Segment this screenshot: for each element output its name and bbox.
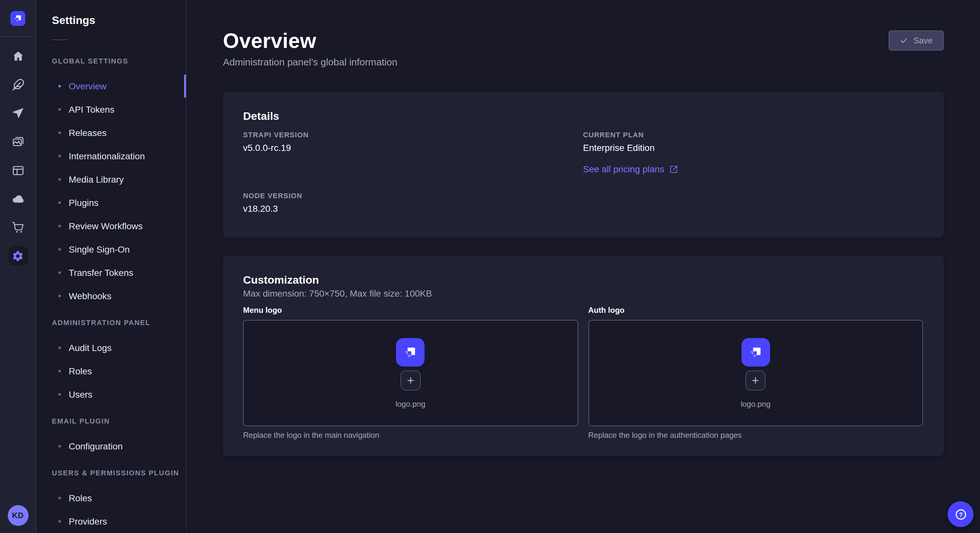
save-button-label: Save xyxy=(913,36,933,45)
auth-logo-preview xyxy=(741,338,770,366)
auth-logo-upload: Auth logo logo.png Replace the logo in t… xyxy=(588,306,923,440)
bullet-icon xyxy=(58,108,61,111)
auth-logo-caption: Replace the logo in the authentication p… xyxy=(588,431,923,440)
sidebar-item-label: Media Library xyxy=(69,174,124,185)
strapi-settings-page: KD Settings GLOBAL SETTINGS Overview API… xyxy=(0,0,980,533)
auth-logo-dropzone[interactable]: logo.png xyxy=(588,320,923,426)
page-header: Overview Administration panel’s global i… xyxy=(223,29,944,68)
sidebar-item-label: Internationalization xyxy=(69,151,145,161)
menu-logo-caption: Replace the logo in the main navigation xyxy=(243,431,578,440)
sidebar-item-transfer-tokens[interactable]: Transfer Tokens xyxy=(36,261,186,284)
sidebar-item-admin-users[interactable]: Users xyxy=(36,383,186,406)
bullet-icon xyxy=(58,85,61,87)
page-subtitle: Administration panel’s global informatio… xyxy=(223,56,397,68)
details-grid: STRAPI VERSION v5.0.0-rc.19 CURRENT PLAN… xyxy=(243,127,923,214)
strapi-version-label: STRAPI VERSION xyxy=(243,131,583,139)
sidebar-item-email-configuration[interactable]: Configuration xyxy=(36,435,186,458)
auth-logo-filename: logo.png xyxy=(740,399,770,408)
sidebar-item-label: Webhooks xyxy=(69,291,111,301)
subnav-title-divider xyxy=(52,40,67,40)
sidebar-item-label: Single Sign-On xyxy=(69,244,130,254)
subnav-title: Settings xyxy=(52,14,186,27)
sidebar-item-label: Releases xyxy=(69,128,107,138)
bullet-icon xyxy=(58,225,61,227)
bullet-icon xyxy=(58,132,61,134)
nav-list-administration-panel: Audit Logs Roles Users xyxy=(36,336,186,406)
menu-logo-add-button[interactable] xyxy=(401,370,421,390)
bullet-icon xyxy=(58,445,61,447)
sidebar-item-plugins[interactable]: Plugins xyxy=(36,191,186,214)
bullet-icon xyxy=(58,248,61,251)
menu-logo-upload: Menu logo logo.png Replace the logo in t… xyxy=(243,306,578,440)
node-version-field: NODE VERSION v18.20.3 xyxy=(243,188,583,214)
nav-content-type-builder-button[interactable] xyxy=(3,156,32,185)
details-heading: Details xyxy=(243,110,923,123)
save-button[interactable]: Save xyxy=(889,30,944,51)
main-content: Overview Administration panel’s global i… xyxy=(187,0,980,533)
sidebar-item-media-library[interactable]: Media Library xyxy=(36,168,186,191)
sidebar-item-api-tokens[interactable]: API Tokens xyxy=(36,98,186,121)
strapi-home-button[interactable] xyxy=(10,11,25,26)
sidebar-item-label: Users xyxy=(69,389,92,400)
paper-plane-icon xyxy=(11,107,24,120)
home-icon xyxy=(11,50,24,63)
sidebar-item-label: Audit Logs xyxy=(69,343,111,353)
logo-uploads: Menu logo logo.png Replace the logo in t… xyxy=(243,306,923,440)
sidebar-item-admin-roles[interactable]: Roles xyxy=(36,359,186,383)
main-nav-rail: KD xyxy=(0,0,36,533)
page-title: Overview xyxy=(223,29,397,53)
nav-content-manager-button[interactable] xyxy=(3,71,32,99)
menu-logo-preview xyxy=(396,338,425,366)
feather-icon xyxy=(11,78,24,91)
menu-logo-dropzone[interactable]: logo.png xyxy=(243,320,578,426)
customization-heading: Customization xyxy=(243,274,923,287)
sidebar-item-review-workflows[interactable]: Review Workflows xyxy=(36,214,186,238)
sidebar-item-label: Roles xyxy=(69,366,92,376)
nav-media-library-button[interactable] xyxy=(3,128,32,156)
sidebar-item-label: Configuration xyxy=(69,441,123,451)
menu-logo-label: Menu logo xyxy=(243,306,578,315)
section-header-email-plugin: EMAIL PLUGIN xyxy=(52,417,186,425)
pricing-plans-link[interactable]: See all pricing plans xyxy=(583,164,678,174)
details-card: Details STRAPI VERSION v5.0.0-rc.19 CURR… xyxy=(223,92,944,238)
plus-icon xyxy=(406,375,415,385)
bullet-icon xyxy=(58,370,61,373)
nav-home-button[interactable] xyxy=(3,42,32,71)
page-header-text: Overview Administration panel’s global i… xyxy=(223,29,397,68)
cloud-icon xyxy=(11,192,24,205)
pricing-plans-link-label: See all pricing plans xyxy=(583,164,664,174)
strapi-version-value: v5.0.0-rc.19 xyxy=(243,143,583,154)
user-avatar[interactable]: KD xyxy=(8,505,28,526)
layout-icon xyxy=(11,164,24,177)
strapi-logo-icon xyxy=(402,344,419,360)
sidebar-item-single-sign-on[interactable]: Single Sign-On xyxy=(36,238,186,261)
sidebar-item-up-providers[interactable]: Providers xyxy=(36,510,186,533)
nav-deploy-button[interactable] xyxy=(3,99,32,128)
sidebar-item-label: Plugins xyxy=(69,198,99,208)
nav-settings-button[interactable] xyxy=(3,241,32,270)
rail-icon-list xyxy=(3,37,32,270)
sidebar-item-webhooks[interactable]: Webhooks xyxy=(36,284,186,308)
current-plan-field: CURRENT PLAN Enterprise Edition See all … xyxy=(583,127,923,175)
nav-cloud-button[interactable] xyxy=(3,185,32,213)
help-button[interactable]: ? xyxy=(948,501,974,527)
current-plan-label: CURRENT PLAN xyxy=(583,131,923,139)
shopping-cart-icon xyxy=(11,221,24,234)
current-plan-value: Enterprise Edition xyxy=(583,143,923,154)
details-grid-spacer xyxy=(583,188,923,214)
sidebar-item-label: Providers xyxy=(69,516,107,527)
bullet-icon xyxy=(58,520,61,523)
customization-subtitle: Max dimension: 750×750, Max file size: 1… xyxy=(243,288,923,299)
auth-logo-add-button[interactable] xyxy=(746,370,766,390)
sidebar-item-label: Overview xyxy=(69,81,107,91)
external-link-icon xyxy=(670,165,678,173)
strapi-logo-icon xyxy=(12,13,23,24)
bullet-icon xyxy=(58,178,61,181)
sidebar-item-releases[interactable]: Releases xyxy=(36,121,186,144)
sidebar-item-audit-logs[interactable]: Audit Logs xyxy=(36,336,186,359)
sidebar-item-up-roles[interactable]: Roles xyxy=(36,486,186,510)
bullet-icon xyxy=(58,295,61,297)
sidebar-item-internationalization[interactable]: Internationalization xyxy=(36,144,186,168)
nav-marketplace-button[interactable] xyxy=(3,213,32,241)
sidebar-item-overview[interactable]: Overview xyxy=(36,75,186,98)
